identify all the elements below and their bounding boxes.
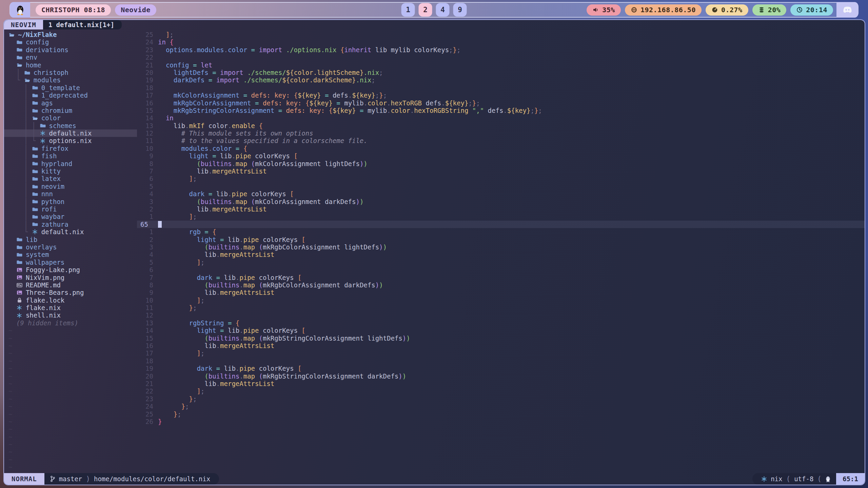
code-line[interactable]: 12 <box>137 311 865 319</box>
code-line[interactable]: 5 ]; <box>137 259 865 266</box>
tree-item-kitty[interactable]: │ kitty <box>4 167 137 175</box>
code-buffer[interactable]: 25 ];24in {23 options.modules.color = im… <box>137 30 865 473</box>
code-line[interactable]: 7 lib.mergeAttrsList <box>137 167 865 175</box>
volume-widget[interactable]: 35% <box>587 4 621 16</box>
tree-item-waybar[interactable]: │ waybar <box>4 213 137 220</box>
code-line[interactable]: 4 lib.mergeAttrsList <box>137 251 865 258</box>
tree-item-schemes[interactable]: │ │ schemes <box>4 122 137 129</box>
code-line[interactable]: 24 }; <box>137 403 865 410</box>
tree-item-env[interactable]: env <box>4 54 137 61</box>
code-line[interactable]: 1 ]; <box>137 213 865 220</box>
code-line[interactable]: 14 in <box>137 114 865 122</box>
code-line[interactable]: 25 ]; <box>137 31 865 38</box>
code-line[interactable]: 20 lightDefs = import ./schemes/${color.… <box>137 69 865 76</box>
active-window-title[interactable]: Neovide <box>115 4 156 16</box>
code-line[interactable]: 11 # to the values specified in a colors… <box>137 137 865 144</box>
code-line[interactable]: 13 lib.mkIf color.enable { <box>137 122 865 129</box>
tree-item-zathura[interactable]: │ zathura <box>4 221 137 228</box>
code-line[interactable]: 10 modules.color = { <box>137 145 865 152</box>
tree-item-0-template[interactable]: │ 0_template <box>4 84 137 92</box>
code-line[interactable]: 26} <box>137 418 865 425</box>
code-line[interactable]: 6 ]; <box>137 175 865 182</box>
code-line[interactable]: 5 <box>137 183 865 190</box>
code-line[interactable]: 21 config = let <box>137 61 865 69</box>
code-line[interactable]: 19 darkDefs = import ./schemes/${color.d… <box>137 76 865 84</box>
code-line[interactable]: 18 <box>137 357 865 365</box>
tree-item-chromium[interactable]: │ chromium <box>4 107 137 114</box>
code-line[interactable]: 21 lib.mergeAttrsList <box>137 380 865 387</box>
tree-item-neovim[interactable]: │ neovim <box>4 183 137 190</box>
code-line[interactable]: 6 <box>137 266 865 273</box>
code-line[interactable]: 24in { <box>137 38 865 46</box>
tree-item--nixflake[interactable]: ~/NixFlake <box>4 31 137 38</box>
code-line[interactable]: 15 mkRgbStringColorAssignment = defs: ke… <box>137 107 865 114</box>
code-line[interactable]: 23 options.modules.color = import ./opti… <box>137 46 865 54</box>
tree-item-overlays[interactable]: overlays <box>4 243 137 251</box>
code-line[interactable]: 3 (builtins.map (mkRgbColorAssignment li… <box>137 243 865 251</box>
git-branch-name[interactable]: master <box>59 475 82 483</box>
code-line[interactable]: 7 dark = lib.pipe colorKeys [ <box>137 274 865 281</box>
workspace-button-1[interactable]: 1 <box>401 3 415 17</box>
code-line[interactable]: 15 (builtins.map (mkRgbStringColorAssign… <box>137 334 865 342</box>
code-line[interactable]: 4 dark = lib.pipe colorKeys [ <box>137 190 865 198</box>
code-line[interactable]: 23 }; <box>137 395 865 403</box>
tree-item-config[interactable]: config <box>4 38 137 46</box>
tree-item-latex[interactable]: │ latex <box>4 175 137 182</box>
code-line[interactable]: 8 (builtins.map (mkColorAssignment light… <box>137 160 865 167</box>
tree-item-christoph[interactable]: │ christoph <box>4 69 137 76</box>
tree-item-derivations[interactable]: derivations <box>4 46 137 54</box>
tree-item-flake-lock[interactable]: flake.lock <box>4 297 137 304</box>
code-line[interactable]: 11 }; <box>137 304 865 311</box>
tree-item-default-nix[interactable]: └ default.nix <box>4 228 137 236</box>
code-line[interactable]: 17 ]; <box>137 349 865 357</box>
code-line[interactable]: 1 rgb = { <box>137 228 865 236</box>
network-widget[interactable]: 192.168.86.50 <box>625 4 702 16</box>
tree-item-1-deprecated[interactable]: │ 1_deprecated <box>4 92 137 99</box>
tree-item-options-nix[interactable]: │ └ options.nix <box>4 137 137 144</box>
code-line[interactable]: 25 }; <box>137 410 865 418</box>
code-line[interactable]: 3 (builtins.map (mkColorAssignment darkD… <box>137 198 865 205</box>
code-line[interactable]: 16 mkRgbColorAssignment = defs: key: {${… <box>137 99 865 107</box>
code-line[interactable]: 12 # This module sets its own options <box>137 129 865 137</box>
code-line[interactable]: 17 mkColorAssignment = defs: key: {${key… <box>137 92 865 99</box>
tree-item-hyprland[interactable]: │ hyprland <box>4 160 137 167</box>
tree-item-shell-nix[interactable]: shell.nix <box>4 311 137 319</box>
tree-item-nnn[interactable]: │ nnn <box>4 190 137 198</box>
clock-widget[interactable]: 20:14 <box>790 4 833 16</box>
tree-item-ags[interactable]: │ ags <box>4 99 137 107</box>
host-clock-widget[interactable]: CHRISTOPH 08:18 <box>36 4 111 16</box>
code-line[interactable]: 9 light = lib.pipe colorKeys [ <box>137 152 865 160</box>
tree-item-modules[interactable]: └ modules <box>4 76 137 84</box>
code-line[interactable]: 2 light = lib.pipe colorKeys [ <box>137 236 865 243</box>
discord-button[interactable] <box>836 2 858 18</box>
tree-item-flake-nix[interactable]: flake.nix <box>4 304 137 311</box>
tab-default-nix[interactable]: 1 default.nix[1+] <box>43 20 122 29</box>
cpu-widget[interactable]: 0.27% <box>706 4 748 16</box>
code-line-cursor[interactable]: 65 <box>137 221 865 228</box>
code-line[interactable]: 22 <box>137 54 865 61</box>
code-line[interactable]: 14 light = lib.pipe colorKeys [ <box>137 327 865 334</box>
workspace-button-2[interactable]: 2 <box>419 3 432 17</box>
tree-item-three-bears-png[interactable]: Three-Bears.png <box>4 289 137 296</box>
tree-item-foggy-lake-png[interactable]: Foggy-Lake.png <box>4 266 137 273</box>
code-line[interactable]: 19 dark = lib.pipe colorKeys [ <box>137 365 865 372</box>
tree-item-python[interactable]: │ python <box>4 198 137 205</box>
code-line[interactable]: 13 rgbString = { <box>137 319 865 327</box>
launcher-button[interactable] <box>10 2 30 18</box>
tree-item-firefox[interactable]: │ firefox <box>4 145 137 152</box>
workspace-button-9[interactable]: 9 <box>453 3 467 17</box>
code-line[interactable]: 22 ]; <box>137 387 865 395</box>
tree-item-readme-md[interactable]: README.md <box>4 281 137 289</box>
code-line[interactable]: 16 lib.mergeAttrsList <box>137 342 865 349</box>
tree-item-lib[interactable]: lib <box>4 236 137 243</box>
code-line[interactable]: 18 <box>137 84 865 92</box>
tree-item-home[interactable]: home <box>4 61 137 69</box>
tree-item-system[interactable]: system <box>4 251 137 258</box>
memory-widget[interactable]: 20% <box>752 4 787 16</box>
tree-item-default-nix[interactable]: │ │ default.nix <box>4 129 137 137</box>
tree-item-nixvim-png[interactable]: NixVim.png <box>4 274 137 281</box>
code-line[interactable]: 9 lib.mergeAttrsList <box>137 289 865 296</box>
tree-item-fish[interactable]: │ fish <box>4 152 137 160</box>
code-line[interactable]: 8 (builtins.map (mkRgbColorAssignment da… <box>137 281 865 289</box>
tree-item-color[interactable]: │ color <box>4 114 137 122</box>
